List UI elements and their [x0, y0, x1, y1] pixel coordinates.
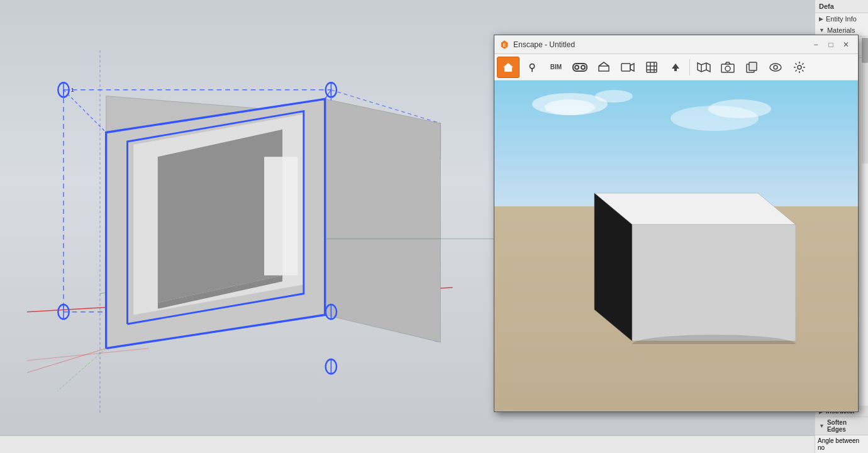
cloud-2 — [545, 99, 595, 115]
entity-info-label: Entity Info — [826, 15, 857, 23]
entity-info-item[interactable]: ▶ Entity Info — [815, 13, 868, 25]
sketchup-statusbar — [0, 435, 815, 453]
svg-text:E: E — [503, 42, 506, 47]
soften-edges-label: Soften Edges — [827, 419, 864, 433]
svg-line-29 — [27, 349, 106, 373]
toolbar-separator — [689, 59, 690, 76]
svg-marker-64 — [632, 225, 796, 341]
enscape-pin-btn[interactable] — [521, 57, 543, 78]
right-panel-scrollbar[interactable] — [862, 38, 868, 164]
scrollbar-thumb[interactable] — [862, 38, 868, 63]
svg-marker-45 — [630, 64, 634, 71]
svg-rect-58 — [749, 62, 757, 70]
materials-label: Materials — [827, 26, 855, 34]
enscape-maximize-btn[interactable]: □ — [824, 38, 838, 52]
svg-rect-46 — [647, 62, 657, 72]
enscape-vr-btn[interactable] — [569, 57, 591, 78]
enscape-logo-icon: E — [499, 40, 509, 50]
svg-marker-52 — [698, 63, 710, 72]
soften-edges-header[interactable]: ▼ Soften Edges — [815, 417, 868, 435]
angle-between-content: Angle between no — [815, 435, 868, 453]
enscape-map-btn[interactable] — [693, 57, 715, 78]
enscape-window[interactable]: E Enscape - Untitled − □ ✕ BIM — [494, 35, 859, 412]
enscape-minimize-btn[interactable]: − — [809, 38, 823, 52]
enscape-capture-btn[interactable] — [716, 57, 739, 78]
svg-line-42 — [604, 62, 609, 66]
svg-line-3 — [27, 349, 148, 361]
enscape-grid-btn[interactable] — [640, 57, 663, 78]
enscape-3d-box — [557, 155, 796, 344]
enscape-object-btn[interactable] — [740, 57, 763, 78]
svg-point-61 — [798, 65, 801, 69]
svg-point-38 — [575, 65, 579, 69]
svg-point-35 — [530, 64, 534, 68]
cloud-5 — [708, 99, 771, 118]
svg-marker-51 — [672, 64, 679, 71]
enscape-toolbar: BIM — [494, 54, 858, 81]
enscape-ortho-btn[interactable] — [593, 57, 615, 78]
svg-point-39 — [581, 65, 585, 69]
svg-point-60 — [774, 65, 777, 69]
enscape-view-btn[interactable] — [764, 57, 787, 78]
svg-text:1: 1 — [71, 86, 74, 93]
soften-edges-arrow: ▼ — [819, 423, 825, 429]
enscape-home-btn[interactable] — [497, 57, 520, 78]
svg-marker-40 — [599, 62, 609, 71]
cloud-3 — [595, 90, 633, 103]
svg-rect-16 — [264, 157, 298, 275]
enscape-titlebar[interactable]: E Enscape - Untitled − □ ✕ — [494, 35, 858, 54]
svg-marker-12 — [325, 99, 441, 342]
angle-between-text: Angle between no — [818, 437, 859, 451]
enscape-bim-btn[interactable]: BIM — [545, 57, 567, 78]
materials-arrow: ▼ — [819, 27, 825, 33]
enscape-arrow-btn[interactable] — [664, 57, 687, 78]
svg-marker-15 — [158, 130, 282, 303]
enscape-video-btn[interactable] — [616, 57, 639, 78]
sketchup-3d-model: 1 — [25, 50, 503, 415]
svg-point-56 — [725, 66, 730, 71]
svg-line-41 — [599, 62, 604, 66]
svg-point-59 — [770, 64, 781, 71]
right-panel-header: Defa — [815, 0, 868, 13]
enscape-window-title: Enscape - Untitled — [513, 40, 808, 49]
enscape-viewport[interactable] — [494, 81, 858, 411]
enscape-close-btn[interactable]: ✕ — [839, 38, 853, 52]
svg-rect-44 — [621, 64, 630, 71]
enscape-settings-btn[interactable] — [788, 57, 811, 78]
entity-info-arrow: ▶ — [819, 16, 823, 22]
